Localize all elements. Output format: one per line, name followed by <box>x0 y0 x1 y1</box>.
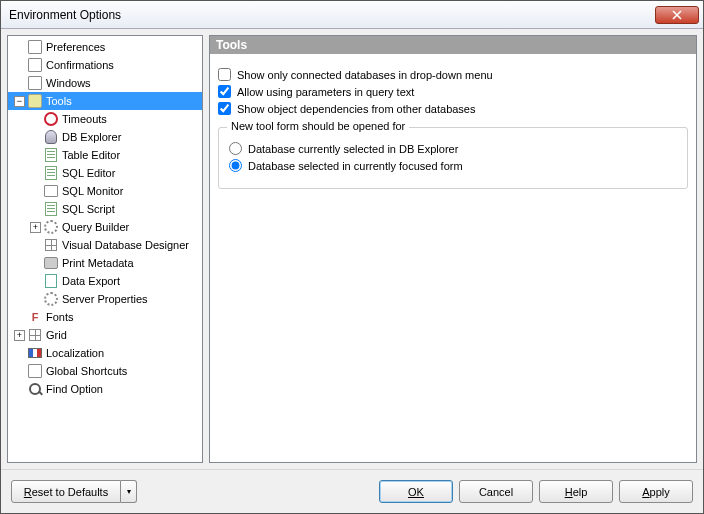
gear-icon <box>43 219 59 235</box>
box-icon <box>27 363 43 379</box>
tree-item-label: Print Metadata <box>62 257 134 269</box>
apply-button[interactable]: Apply <box>619 480 693 503</box>
expander-spacer <box>30 294 41 305</box>
radio-1[interactable] <box>229 159 242 172</box>
tree-item-sql-script[interactable]: SQL Script <box>8 200 202 218</box>
button-row: Reset to Defaults ▾ OK Cancel Help Apply <box>1 469 703 513</box>
checkbox-2[interactable] <box>218 102 231 115</box>
expander-spacer <box>14 312 25 323</box>
tree-item-timeouts[interactable]: Timeouts <box>8 110 202 128</box>
monitor-icon <box>43 183 59 199</box>
tree-item-label: Grid <box>46 329 67 341</box>
tree-item-localization[interactable]: Localization <box>8 344 202 362</box>
expander-spacer <box>30 168 41 179</box>
expander-spacer <box>30 132 41 143</box>
tree-item-label: SQL Editor <box>62 167 115 179</box>
tree-item-preferences[interactable]: Preferences <box>8 38 202 56</box>
box-icon <box>27 39 43 55</box>
expander-spacer <box>14 348 25 359</box>
new-tool-form-group: New tool form should be opened for Datab… <box>218 127 688 189</box>
expander-spacer <box>14 366 25 377</box>
content-area: PreferencesConfirmationsWindows−ToolsTim… <box>1 29 703 469</box>
tree-item-server-properties[interactable]: Server Properties <box>8 290 202 308</box>
tree-item-find-option[interactable]: Find Option <box>8 380 202 398</box>
tree-item-label: Windows <box>46 77 91 89</box>
settings-panel: Tools Show only connected databases in d… <box>209 35 697 463</box>
tree-item-label: Fonts <box>46 311 74 323</box>
tree-item-label: SQL Monitor <box>62 185 123 197</box>
expander-spacer <box>30 240 41 251</box>
tree-item-label: Server Properties <box>62 293 148 305</box>
tree-item-sql-editor[interactable]: SQL Editor <box>8 164 202 182</box>
tree-item-visual-database-designer[interactable]: Visual Database Designer <box>8 236 202 254</box>
radio-row: Database currently selected in DB Explor… <box>229 142 677 155</box>
environment-options-window: Environment Options PreferencesConfirmat… <box>0 0 704 514</box>
tree-item-query-builder[interactable]: +Query Builder <box>8 218 202 236</box>
navigation-tree[interactable]: PreferencesConfirmationsWindows−ToolsTim… <box>7 35 203 463</box>
group-legend: New tool form should be opened for <box>227 120 409 132</box>
tree-item-tools[interactable]: −Tools <box>8 92 202 110</box>
close-icon <box>672 10 682 20</box>
tree-item-data-export[interactable]: Data Export <box>8 272 202 290</box>
tree-item-global-shortcuts[interactable]: Global Shortcuts <box>8 362 202 380</box>
checkbox-0[interactable] <box>218 68 231 81</box>
tree-item-label: SQL Script <box>62 203 115 215</box>
expander-spacer <box>14 384 25 395</box>
collapse-icon[interactable]: − <box>14 96 25 107</box>
ok-button[interactable]: OK <box>379 480 453 503</box>
reset-defaults-split: Reset to Defaults ▾ <box>11 480 137 503</box>
tree-item-windows[interactable]: Windows <box>8 74 202 92</box>
radio-label: Database selected in currently focused f… <box>248 160 463 172</box>
checkbox-label: Allow using parameters in query text <box>237 86 414 98</box>
sheet-icon <box>43 201 59 217</box>
tree-item-label: DB Explorer <box>62 131 121 143</box>
tool-icon <box>27 93 43 109</box>
tree-item-label: Visual Database Designer <box>62 239 189 251</box>
tree-item-confirmations[interactable]: Confirmations <box>8 56 202 74</box>
tree-item-label: Table Editor <box>62 149 120 161</box>
expand-icon[interactable]: + <box>30 222 41 233</box>
cancel-button[interactable]: Cancel <box>459 480 533 503</box>
panel-header: Tools <box>210 36 696 54</box>
tree-item-label: Localization <box>46 347 104 359</box>
tree-item-grid[interactable]: +Grid <box>8 326 202 344</box>
tree-item-label: Preferences <box>46 41 105 53</box>
expand-icon[interactable]: + <box>14 330 25 341</box>
radio-0[interactable] <box>229 142 242 155</box>
box-icon <box>27 57 43 73</box>
close-button[interactable] <box>655 6 699 24</box>
tree-item-label: Data Export <box>62 275 120 287</box>
reset-defaults-dropdown[interactable]: ▾ <box>121 480 137 503</box>
expander-spacer <box>30 150 41 161</box>
tree-item-print-metadata[interactable]: Print Metadata <box>8 254 202 272</box>
tree-item-table-editor[interactable]: Table Editor <box>8 146 202 164</box>
help-button[interactable]: Help <box>539 480 613 503</box>
sheet-icon <box>43 147 59 163</box>
window-title: Environment Options <box>9 8 655 22</box>
checkbox-row: Show only connected databases in drop-do… <box>218 68 688 81</box>
radio-label: Database currently selected in DB Explor… <box>248 143 458 155</box>
tree-item-sql-monitor[interactable]: SQL Monitor <box>8 182 202 200</box>
expander-spacer <box>30 186 41 197</box>
print-icon <box>43 255 59 271</box>
expander-spacer <box>30 204 41 215</box>
expander-spacer <box>14 60 25 71</box>
checkbox-row: Allow using parameters in query text <box>218 85 688 98</box>
tree-item-label: Find Option <box>46 383 103 395</box>
checkbox-label: Show object dependencies from other data… <box>237 103 476 115</box>
expander-spacer <box>30 114 41 125</box>
checkbox-label: Show only connected databases in drop-do… <box>237 69 493 81</box>
clock-icon <box>43 111 59 127</box>
tree-item-label: Confirmations <box>46 59 114 71</box>
tree-item-fonts[interactable]: FFonts <box>8 308 202 326</box>
grid-icon <box>43 237 59 253</box>
expander-spacer <box>14 42 25 53</box>
tree-item-db-explorer[interactable]: DB Explorer <box>8 128 202 146</box>
checkbox-row: Show object dependencies from other data… <box>218 102 688 115</box>
checkbox-1[interactable] <box>218 85 231 98</box>
panel-body: Show only connected databases in drop-do… <box>210 54 696 199</box>
reset-defaults-button[interactable]: Reset to Defaults <box>11 480 121 503</box>
titlebar: Environment Options <box>1 1 703 29</box>
grid-icon <box>27 327 43 343</box>
export-icon <box>43 273 59 289</box>
